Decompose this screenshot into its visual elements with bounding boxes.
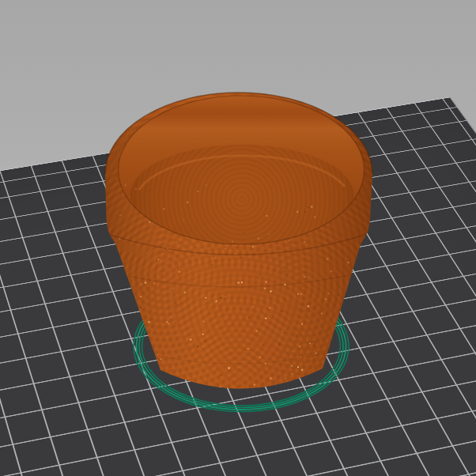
model-layer: [0, 0, 476, 476]
slicer-3d-viewport[interactable]: [0, 0, 476, 476]
pot-interior: [119, 96, 365, 244]
model-flower-pot[interactable]: [105, 93, 372, 400]
